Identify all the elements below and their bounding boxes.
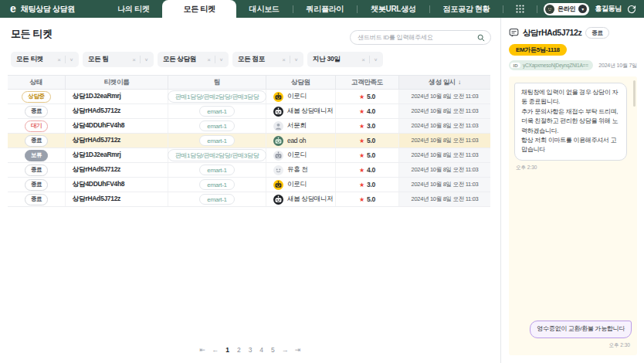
filter-pill-0[interactable]: 모든 티켓 × ∨ [11,52,79,67]
logout-icon[interactable] [627,5,636,14]
agent-name: 이로디 [287,180,307,189]
table-header: 상태티켓이름팀상담원고객만족도생성 일시↓ [8,76,490,90]
nav-tab-label: 모든 티켓 [183,4,215,15]
page-2[interactable]: 2 [236,346,242,354]
apps-grid-icon[interactable] [503,0,537,18]
nav-tab-2[interactable]: 대시보드 [236,0,293,18]
search-icon[interactable] [477,34,485,42]
page-3[interactable]: 3 [248,346,253,354]
chevron-down-icon[interactable]: ∨ [219,57,223,62]
table-row-5[interactable]: 종료 상담rHAd5J712z emart-1 유홍 천 ★4.0 2024년 … [8,163,490,178]
chevron-down-icon[interactable]: ∨ [69,57,73,62]
robot-green-avatar-icon [273,136,283,146]
nav-tab-3[interactable]: 쿼리플라이 [293,0,358,18]
table-row-0[interactable]: 상담중 상담1DJ2eaRmrj 판매1담당/판매2담당/판매3담당 이로디 ★… [8,90,490,104]
main-area: 모든 티켓 모든 티켓 × ∨ 모든 팀 × ∨ 모든 상담원 × ∨ 모든 점… [0,18,644,363]
column-header-4[interactable]: 고객만족도 [336,76,399,89]
chat-bubble-icon [509,28,519,38]
filter-separator [290,56,290,63]
table-row-4[interactable]: 보류 상담1DJ2eaRmrj 판매1담당/판매2담당/판매3담당 이로디 ★5… [8,148,490,163]
star-icon: ★ [359,182,364,188]
message-time: 오후 2:30 [516,165,632,171]
column-header-3[interactable]: 상담원 [266,76,336,89]
column-header-0[interactable]: 상태 [8,76,66,89]
filter-clear-icon[interactable]: × [361,56,365,63]
nav-tab-1[interactable]: 모든 티켓 [162,0,236,18]
rating-value: 3.0 [367,181,375,188]
next-page-icon[interactable]: → [282,346,289,354]
nav-tab-label: 나의 티켓 [117,4,149,15]
search-input[interactable] [358,34,477,41]
page-4[interactable]: 4 [259,346,264,354]
filter-label: 지난 30일 [313,55,351,64]
agent-name: 새봄 상담매니저 [287,107,333,116]
conversation-status-badge: 종료 [585,27,608,39]
chevron-down-icon[interactable]: ▾ [578,5,587,13]
column-header-5[interactable]: 생성 일시↓ [399,76,490,89]
nav-right: 온라인 ▾ 홍길동님 [544,0,644,18]
chevron-down-icon[interactable]: ∨ [294,57,298,62]
filter-separator [215,56,215,63]
rating-value: 5.0 [367,137,375,144]
robot-gray-avatar-icon [273,151,283,161]
nav-tab-0[interactable]: 나의 티켓 [104,0,162,18]
filter-clear-icon[interactable]: × [132,56,136,63]
status-badge: 종료 [25,194,48,205]
column-header-1[interactable]: 티켓이름 [66,76,168,89]
filter-clear-icon[interactable]: × [207,56,211,63]
nav-tab-5[interactable]: 점포공감 현황 [430,0,503,18]
message-time: 오후 2:30 [609,342,630,349]
chevron-down-icon[interactable]: ∨ [144,57,148,62]
table-row-6[interactable]: 종료 상담4DDUhFV4h8 emart-1 이로디 ★3.0 2024년 1… [8,178,490,192]
ticket-name: 상담4DDUhFV4h8 [66,178,168,192]
chat-message-0: 채팅창에 입력이 없을 경우 상담이 자동 종료됩니다. 추가 문의사항은 재접… [514,83,632,302]
created-at: 2024년 10월 8일 오전 11:03 [399,192,490,206]
page-1[interactable]: 1 [225,346,230,354]
nav-tab-4[interactable]: 챗봇URL생성 [358,0,429,18]
user-avatar [545,5,554,14]
person-gray-avatar-icon [273,121,283,131]
filter-bar: 모든 티켓 × ∨ 모든 팀 × ∨ 모든 상담원 × ∨ 모든 점포 × ∨ … [11,52,500,67]
filter-pill-3[interactable]: 모든 점포 × ∨ [232,52,303,67]
brand-title: 채팅상담 상담원 [21,4,75,15]
ticket-name: 상담rHAd5J712z [66,104,168,118]
robot-black-avatar-icon [273,107,283,117]
nav-tabs: 나의 티켓모든 티켓대시보드쿼리플라이챗봇URL생성점포공감 현황 [104,0,503,18]
chat-area[interactable]: 채팅창에 입력이 없을 경우 상담이 자동 종료됩니다. 추가 문의사항은 재접… [509,76,637,355]
ticket-name: 상담1DJ2eaRmrj [66,148,168,162]
status-badge: 종료 [25,106,48,117]
table-row-3[interactable]: 종료 상담rHAd5J712z emart-1 ead oh ★5.0 2024… [8,134,490,148]
first-page-icon[interactable]: ⇤ [200,346,206,354]
nav-tab-label: 쿼리플라이 [307,4,344,15]
presence-label: 온라인 [558,5,575,13]
presence-selector[interactable]: 온라인 ▾ [544,3,589,15]
filter-pill-2[interactable]: 모든 상담원 × ∨ [158,52,229,67]
last-page-icon[interactable]: ⇥ [295,346,301,354]
table-row-2[interactable]: 대기 상담4DDUhFV4h8 emart-1 서문희 ★3.0 2024년 1… [8,119,490,134]
created-at: 2024년 10월 8일 오전 11:03 [399,119,490,133]
team-badge: emart-1 [199,194,234,205]
ticket-name: 상담rHAd5J712z [66,134,168,148]
page-5[interactable]: 5 [270,346,276,354]
table-row-1[interactable]: 종료 상담rHAd5J712z emart-1 새봄 상담매니저 ★4.0 20… [8,104,490,119]
ticket-list-pane: 모든 티켓 모든 티켓 × ∨ 모든 팀 × ∨ 모든 상담원 × ∨ 모든 점… [0,18,500,363]
status-badge: 종료 [25,165,48,176]
filter-clear-icon[interactable]: × [57,56,61,63]
robot-yellow-avatar-icon [273,180,283,190]
customer-id-pill[interactable]: ID yCXapxmesoNjDeynqZNI1A== [509,60,593,70]
filter-pill-1[interactable]: 모든 팀 × ∨ [83,52,154,67]
prev-page-icon[interactable]: ← [212,346,219,354]
filter-clear-icon[interactable]: × [282,56,286,63]
chevron-down-icon[interactable]: ∨ [374,57,378,62]
chat-scrollbar[interactable] [633,80,636,107]
filter-label: 모든 점포 [238,55,272,64]
table-row-7[interactable]: 종료 상담rHAd5J712z emart-1 새봄 상담매니저 ★5.0 20… [8,192,490,207]
column-header-2[interactable]: 팀 [168,76,266,89]
agent-name: 이로디 [287,92,307,101]
nav-tab-label: 대시보드 [249,4,280,15]
conversation-title: 상담rHAd5J712z [523,28,581,39]
search-box [350,30,491,45]
tickets-table: 상태티켓이름팀상담원고객만족도생성 일시↓ 상담중 상담1DJ2eaRmrj 판… [8,75,490,207]
filter-label: 모든 상담원 [163,55,197,64]
filter-pill-4[interactable]: 지난 30일 × ∨ [307,52,383,67]
